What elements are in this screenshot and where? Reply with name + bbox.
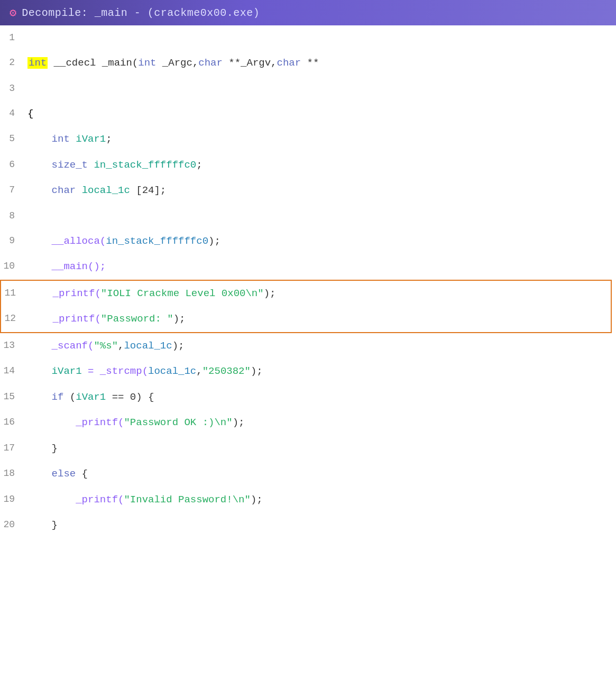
line-content: if (iVar1 == 0) { <box>21 384 616 410</box>
code-line: 20 } <box>0 512 616 538</box>
code-line: 12 _printf("Password: "); <box>1 306 611 332</box>
code-line: 10 __main(); <box>0 254 616 280</box>
line-number: 10 <box>0 254 21 279</box>
code-line: 16 _printf("Password OK :)\n"); <box>0 410 616 436</box>
line-content: else { <box>21 461 616 487</box>
line-number: 6 <box>0 152 21 177</box>
code-line: 7 char local_1c [24]; <box>0 178 616 204</box>
line-content: int __cdecl _main(int _Argc,char **_Argv… <box>21 50 616 76</box>
code-line: 4{ <box>0 101 616 127</box>
line-content: iVar1 = _strcmp(local_1c,"250382"); <box>21 359 616 384</box>
code-line: 18 else { <box>0 461 616 487</box>
code-line: 13 _scanf("%s",local_1c); <box>0 333 616 359</box>
code-line: 6 size_t in_stack_ffffffc0; <box>0 152 616 178</box>
code-line: 2int __cdecl _main(int _Argc,char **_Arg… <box>0 50 616 76</box>
line-content: char local_1c [24]; <box>21 178 616 204</box>
code-line: 14 iVar1 = _strcmp(local_1c,"250382"); <box>0 359 616 384</box>
line-number: 20 <box>0 512 21 537</box>
code-line: 15 if (iVar1 == 0) { <box>0 384 616 410</box>
line-number: 13 <box>0 333 21 358</box>
line-content <box>21 204 616 214</box>
title-text: Decompile: _main - (crackme0x00.exe) <box>22 7 260 19</box>
line-number: 16 <box>0 410 21 435</box>
line-number: 9 <box>0 228 21 253</box>
code-line: 17 } <box>0 436 616 462</box>
line-content: _scanf("%s",local_1c); <box>21 333 616 359</box>
line-content: int iVar1; <box>21 126 616 152</box>
line-number: 14 <box>0 359 21 383</box>
line-number: 4 <box>0 101 21 126</box>
code-line: 5 int iVar1; <box>0 126 616 152</box>
line-number: 8 <box>0 204 21 228</box>
line-content: _printf("Password OK :)\n"); <box>21 410 616 436</box>
line-content: __alloca(in_stack_ffffffc0); <box>21 228 616 254</box>
line-content <box>21 25 616 36</box>
line-content: } <box>21 436 616 462</box>
code-line: 9 __alloca(in_stack_ffffffc0); <box>0 228 616 254</box>
line-content: size_t in_stack_ffffffc0; <box>21 152 616 178</box>
line-number: 17 <box>0 436 21 461</box>
line-content: __main(); <box>21 254 616 280</box>
code-line: 1 <box>0 25 616 50</box>
line-content: _printf("Password: "); <box>22 306 611 332</box>
line-number: 1 <box>0 25 21 50</box>
code-line: 11 _printf("IOLI Crackme Level 0x00\n"); <box>1 281 611 307</box>
line-number: 19 <box>0 487 21 512</box>
line-number: 11 <box>1 281 22 306</box>
title-icon: ⚙ <box>10 6 16 20</box>
line-content: _printf("IOLI Crackme Level 0x00\n"); <box>22 281 611 307</box>
line-number: 18 <box>0 461 21 486</box>
title-bar: ⚙ Decompile: _main - (crackme0x00.exe) <box>0 0 616 25</box>
line-content <box>21 76 616 87</box>
code-line: 8 <box>0 204 616 228</box>
code-area: 12int __cdecl _main(int _Argc,char **_Ar… <box>0 25 616 689</box>
line-number: 5 <box>0 126 21 151</box>
line-number: 7 <box>0 178 21 203</box>
line-number: 2 <box>0 50 21 75</box>
line-number: 12 <box>1 306 22 331</box>
line-content: _printf("Invalid Password!\n"); <box>21 487 616 513</box>
code-line: 3 <box>0 76 616 101</box>
line-content: } <box>21 512 616 538</box>
line-number: 3 <box>0 76 21 101</box>
line-content: { <box>21 101 616 127</box>
highlight-box: 11 _printf("IOLI Crackme Level 0x00\n");… <box>0 280 612 333</box>
line-number: 15 <box>0 384 21 409</box>
code-line: 19 _printf("Invalid Password!\n"); <box>0 487 616 513</box>
